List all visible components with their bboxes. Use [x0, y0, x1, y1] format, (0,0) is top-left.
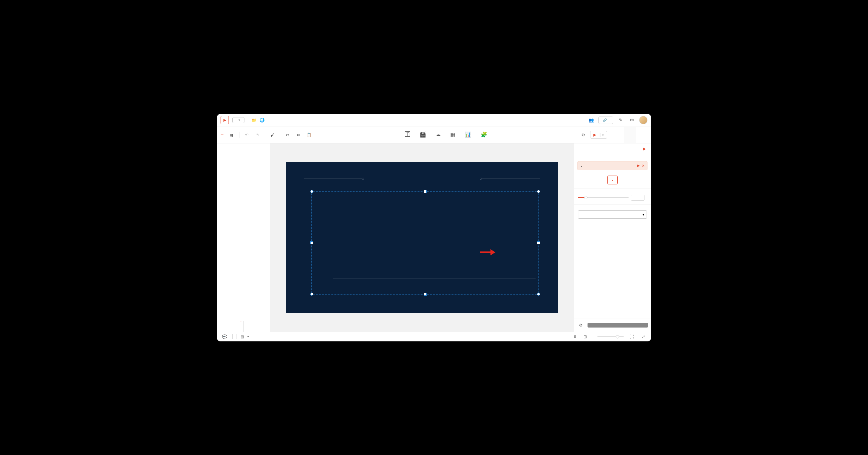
media-icon: 🎬 — [420, 131, 426, 138]
share-icon: 🔗 — [603, 118, 607, 122]
play-icon: ▶ — [593, 133, 596, 137]
inbox-icon[interactable]: ✉ — [628, 116, 636, 124]
resize-handle[interactable] — [537, 190, 540, 193]
duration-slider[interactable] — [578, 197, 628, 198]
addon-icon: 🧩 — [480, 131, 487, 138]
app-logo[interactable]: ▶ — [221, 116, 229, 124]
view-select[interactable]: ▤▾ — [241, 335, 249, 339]
insert-text[interactable]: 🅃 — [405, 131, 410, 138]
redo-button[interactable]: ↷ — [254, 131, 261, 139]
table-icon: ▦ — [450, 131, 455, 138]
fullscreen-icon[interactable]: ⤢ — [640, 333, 647, 340]
notes-button[interactable]: 🗎 — [574, 335, 577, 339]
resize-handle[interactable] — [310, 293, 313, 296]
tab-review[interactable] — [636, 127, 647, 143]
cut-button[interactable]: ✂ — [284, 131, 291, 139]
insert-shape[interactable]: ☁ — [435, 131, 441, 138]
insert-addons[interactable]: 🧩 — [480, 131, 487, 138]
resize-handle[interactable] — [424, 293, 427, 296]
gear-icon[interactable]: ⚙ — [577, 321, 585, 329]
avatar[interactable] — [639, 116, 647, 124]
fit-icon[interactable]: ⛶ — [628, 333, 636, 340]
collaborators-icon[interactable]: 👥 — [587, 116, 595, 124]
view-icon: ▤ — [241, 335, 244, 339]
resize-handle[interactable] — [310, 190, 313, 193]
annotation-arrow — [479, 248, 496, 256]
folder-icon[interactable]: 📁 — [252, 118, 256, 123]
text-icon: 🅃 — [405, 131, 410, 137]
insert-media[interactable]: 🎬 — [420, 131, 426, 138]
brush-icon[interactable]: ✎ — [617, 116, 624, 124]
play-icon: ▶ — [643, 147, 646, 151]
animation-order-button[interactable] — [588, 323, 648, 328]
resize-handle[interactable] — [537, 293, 540, 296]
add-slide-button[interactable]: + — [221, 132, 225, 138]
copy-button[interactable]: ⧉ — [294, 131, 302, 139]
duration-input[interactable] — [631, 195, 645, 201]
share-button[interactable]: 🔗 — [598, 117, 613, 124]
play-button[interactable]: ▶| — [590, 131, 607, 139]
tab-animate[interactable] — [624, 127, 636, 143]
zoom-slider[interactable] — [597, 336, 624, 337]
chevron-down-icon: ⌄ — [580, 164, 583, 167]
tab-format[interactable] — [612, 127, 624, 143]
element-header[interactable]: ⌄ ▶ ✕ — [578, 161, 647, 170]
comments-icon[interactable]: 💬 — [221, 333, 228, 340]
animate-select[interactable]: ▾ — [578, 210, 647, 219]
chevron-down-icon: ▾ — [643, 213, 644, 217]
resize-handle[interactable] — [310, 241, 313, 244]
current-slide — [232, 334, 237, 339]
gallery-tab[interactable] — [244, 321, 270, 332]
slide-title — [286, 162, 558, 171]
preview-button[interactable]: ▶ — [643, 147, 647, 151]
format-painter-icon[interactable]: 🖌 — [269, 131, 276, 139]
insert-chart[interactable]: 📊 — [465, 131, 471, 138]
play-icon[interactable]: ▶ — [637, 163, 640, 168]
layout-icon[interactable]: ▦ — [228, 131, 236, 139]
globe-icon[interactable]: 🌐 — [259, 118, 265, 123]
file-menu[interactable] — [232, 117, 244, 123]
library-tab[interactable] — [217, 321, 244, 332]
change-animation-button[interactable]: ▾ — [607, 175, 618, 185]
chart-icon: 📊 — [465, 131, 471, 138]
resize-handle[interactable] — [424, 190, 427, 193]
slide-canvas[interactable] — [286, 162, 558, 313]
settings-icon[interactable]: ⚙ — [580, 131, 587, 139]
shape-icon: ☁ — [435, 131, 441, 138]
insert-table[interactable]: ▦ — [450, 131, 455, 138]
grid-icon[interactable]: ⊞ — [581, 333, 589, 340]
chart[interactable] — [320, 193, 535, 285]
resize-handle[interactable] — [537, 241, 540, 244]
paste-button[interactable]: 📋 — [305, 131, 313, 139]
close-icon[interactable]: ✕ — [642, 163, 645, 168]
undo-button[interactable]: ↶ — [243, 131, 251, 139]
